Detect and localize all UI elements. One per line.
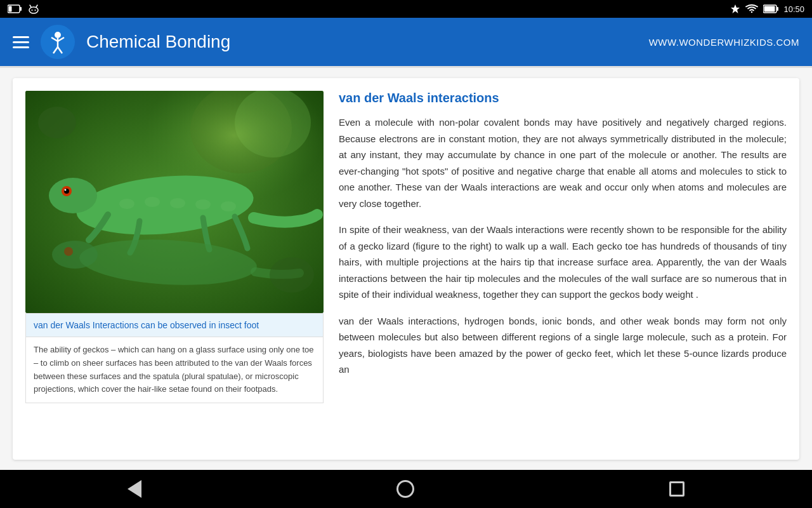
svg-rect-11: [764, 6, 775, 12]
svg-point-30: [195, 199, 211, 210]
image-caption-body: The ability of geckos – which can hang o…: [26, 337, 323, 403]
svg-point-36: [270, 257, 314, 293]
app-bar-left: Chemical Bonding: [13, 25, 230, 59]
left-column: van der Waals Interactions can be observ…: [25, 91, 324, 447]
image-caption-title: van der Waals Interactions can be observ…: [26, 314, 323, 337]
app-title: Chemical Bonding: [86, 32, 230, 52]
svg-line-16: [53, 47, 58, 53]
svg-rect-2: [9, 6, 12, 12]
svg-point-3: [29, 7, 38, 13]
right-column: van der Waals interactions Even a molecu…: [339, 91, 787, 447]
recents-button[interactable]: [669, 481, 684, 497]
svg-point-23: [49, 178, 97, 213]
svg-point-12: [55, 32, 61, 38]
svg-point-27: [119, 199, 134, 209]
website-url: WWW.WONDERWHIZKIDS.COM: [649, 37, 799, 48]
svg-line-5: [36, 5, 37, 7]
status-bar: 10:50: [0, 0, 812, 18]
back-button[interactable]: [128, 480, 141, 498]
paragraph-2: In spite of their weakness, van der Waal…: [339, 222, 787, 303]
menu-button[interactable]: [13, 36, 29, 48]
app-logo: [41, 25, 75, 59]
svg-point-29: [170, 198, 185, 208]
svg-line-17: [58, 47, 62, 53]
star-icon: [730, 4, 740, 14]
svg-marker-8: [731, 4, 740, 13]
svg-point-34: [64, 247, 73, 256]
svg-point-35: [38, 107, 76, 138]
status-icons-right: 10:50: [730, 4, 804, 14]
svg-point-33: [52, 241, 98, 269]
svg-line-4: [30, 5, 31, 7]
back-icon: [128, 480, 141, 498]
paragraph-3: van der Waals interactions, hydrogen bon…: [339, 313, 787, 378]
paragraph-1: Even a molecule with non-polar covalent …: [339, 114, 787, 211]
home-button[interactable]: [396, 480, 414, 498]
battery-low-icon: [8, 4, 22, 13]
status-icons-left: [8, 3, 39, 15]
main-content: van der Waals Interactions can be observ…: [0, 68, 812, 470]
nav-bar: [0, 470, 812, 508]
svg-point-26: [65, 189, 67, 191]
svg-rect-10: [777, 7, 779, 11]
time-display: 10:50: [783, 4, 804, 14]
content-card: van der Waals Interactions can be observ…: [13, 78, 799, 460]
svg-rect-1: [20, 7, 22, 11]
section-title: van der Waals interactions: [339, 91, 787, 105]
svg-point-6: [32, 10, 33, 11]
gecko-image: [25, 91, 324, 313]
svg-point-28: [145, 197, 160, 207]
app-bar: Chemical Bonding WWW.WONDERWHIZKIDS.COM: [0, 18, 812, 66]
battery-icon: [763, 4, 778, 13]
image-caption-box: van der Waals Interactions can be observ…: [25, 313, 324, 403]
android-icon: [28, 3, 39, 15]
wifi-icon: [745, 4, 758, 14]
svg-line-14: [51, 37, 58, 41]
home-icon: [396, 480, 414, 498]
svg-line-15: [58, 37, 64, 41]
svg-point-31: [221, 201, 236, 211]
recents-icon: [669, 481, 684, 497]
svg-point-7: [35, 10, 36, 11]
